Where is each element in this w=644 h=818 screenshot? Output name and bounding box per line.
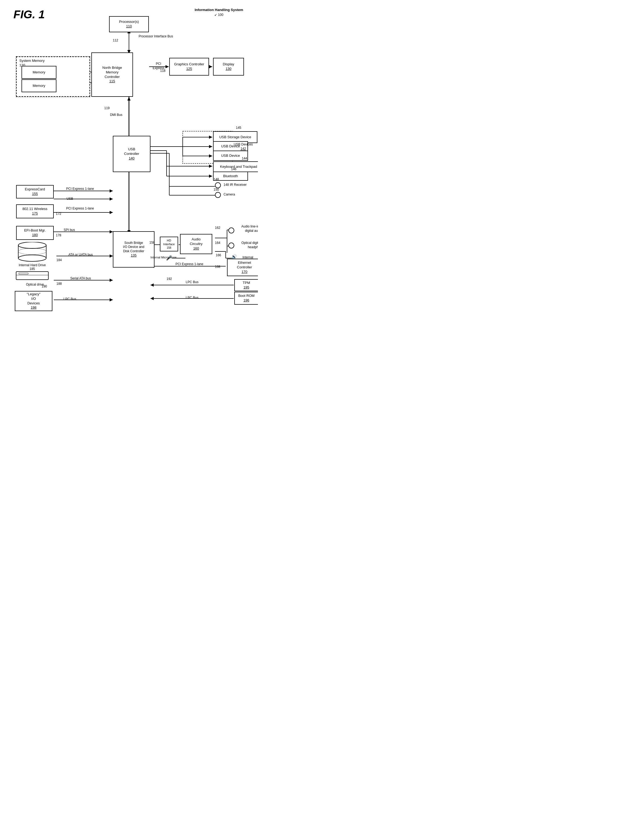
- audio-circuitry-box: Audio Circuitry 160: [180, 234, 212, 254]
- ref-192-label: 192: [167, 277, 172, 281]
- usb-storage-ref-label: 145: [236, 126, 241, 130]
- usb-controller-box: USB Controller 140: [113, 136, 150, 172]
- expresscard-box: ExpressCard 155: [16, 185, 54, 198]
- memory2-box: Memory: [21, 79, 57, 92]
- camera-ref-label: 150: [213, 188, 219, 192]
- svg-marker-37: [110, 211, 113, 214]
- ir-receiver-label: 148 IR Receiver: [224, 183, 247, 187]
- system-title: Information Handling System ↙ 100: [195, 8, 243, 17]
- svg-point-68: [18, 242, 46, 249]
- tpm-box: TPM 195: [234, 279, 258, 291]
- pci1lane-express-label: PCI Express 1-lane: [56, 187, 104, 191]
- optical-out-label: Optical digital output and headphone jac…: [237, 241, 258, 249]
- svg-marker-23: [209, 165, 212, 168]
- svg-marker-43: [110, 254, 113, 258]
- processor-box: Processor(s) 110: [109, 16, 149, 32]
- ethernet-box: Ethernet Controller 170: [227, 259, 258, 276]
- pci1lane-eth-label: PCI Express 1-lane: [161, 262, 218, 266]
- ref-168-label: 168: [215, 265, 220, 269]
- memory1-box: Memory: [21, 66, 57, 79]
- svg-point-72: [18, 248, 46, 255]
- serial-ata-label: Serial ATA bus: [57, 277, 105, 281]
- hd-cylinder-svg: [14, 242, 51, 263]
- ref-184-label: 184: [57, 258, 62, 263]
- svg-marker-19: [209, 154, 212, 158]
- svg-marker-8: [209, 65, 212, 68]
- optical-out-ref-label: 164: [215, 241, 220, 245]
- audio-line-in-label: Audio line-in and optical digital audio …: [237, 224, 258, 233]
- ref-118-label: 118: [160, 69, 166, 73]
- svg-marker-35: [110, 197, 113, 201]
- internal-hd-area: Internal Hard Drive 185: [14, 242, 51, 269]
- legacy-io-box: "Legacy" I/O Devices 198: [15, 291, 52, 311]
- svg-rect-75: [19, 273, 28, 274]
- optical-drive-svg: [15, 270, 50, 281]
- svg-marker-17: [209, 145, 212, 148]
- svg-marker-33: [110, 189, 113, 192]
- svg-marker-26: [209, 175, 212, 178]
- internal-mic-label: Internal Microphone: [150, 255, 176, 259]
- usb-bus-label: USB: [62, 197, 78, 201]
- ref-172-label: 172: [56, 212, 61, 216]
- internal-speakers-ref-label: 166: [216, 253, 221, 258]
- processor-interface-bus-label: Processor Interface Bus: [134, 34, 177, 39]
- svg-marker-45: [110, 278, 113, 282]
- hd-interface-box: HD Interface 158: [160, 237, 178, 251]
- bluetooth-ref-label: 146: [231, 167, 236, 172]
- svg-marker-10: [127, 97, 130, 101]
- svg-marker-63: [150, 283, 154, 287]
- efi-boot-box: EFI-Boot Mgr. 180: [16, 226, 54, 240]
- south-bridge-box: South Bridge I/O Device and Disk Control…: [113, 231, 155, 268]
- pci1lane-wireless-label: PCI Express 1-lane: [56, 206, 104, 211]
- ref-158-label: 158: [149, 241, 155, 245]
- boot-rom-box: Boot ROM 196: [234, 292, 258, 304]
- svg-marker-65: [150, 297, 154, 300]
- keyboard-ref-label: 144: [242, 157, 247, 161]
- ref-188-label: 188: [57, 282, 62, 286]
- ir-receiver-icon: [215, 182, 221, 188]
- svg-marker-47: [110, 298, 113, 301]
- svg-marker-15: [209, 135, 212, 139]
- ref-119-label: 119: [104, 106, 110, 111]
- spi-bus-label: SPI bus: [56, 228, 83, 232]
- diagram-container: FIG. 1 Information Handling System ↙ 100…: [0, 0, 258, 323]
- figure-label: FIG. 1: [14, 8, 45, 21]
- usb-devices-label: USB Devices 142: [234, 143, 253, 151]
- camera-icon: [215, 192, 221, 198]
- ref-178-label: 178: [56, 234, 61, 238]
- display-box: Display 130: [213, 58, 244, 75]
- lpc-bus-legacy-label: LPC Bus: [57, 297, 83, 301]
- ir-ref-label: 148: [213, 177, 219, 182]
- ref-190-label: 190: [41, 284, 47, 289]
- optical-out-circle: [228, 243, 234, 249]
- north-bridge-box: North Bridge Memory Controller 115: [91, 52, 133, 97]
- optical-drive-area: Optical drive: [15, 270, 55, 286]
- lpc-bus-bootrom-label: LPC Bus: [161, 296, 223, 300]
- wireless-box: 802.11 Wireless 175: [16, 204, 54, 218]
- dmi-bus-label: DMI Bus: [109, 113, 124, 117]
- svg-point-71: [18, 255, 46, 261]
- audio-line-in-ref-label: 162: [215, 226, 220, 230]
- svg-marker-41: [110, 230, 113, 234]
- graphics-box: Graphics Controller 125: [169, 58, 209, 75]
- camera-label: Camera: [224, 192, 235, 197]
- ref-112-label: 112: [113, 38, 118, 43]
- audio-line-in-circle: [228, 228, 234, 234]
- ata-bus-label: ATA or UATA bus: [57, 253, 105, 257]
